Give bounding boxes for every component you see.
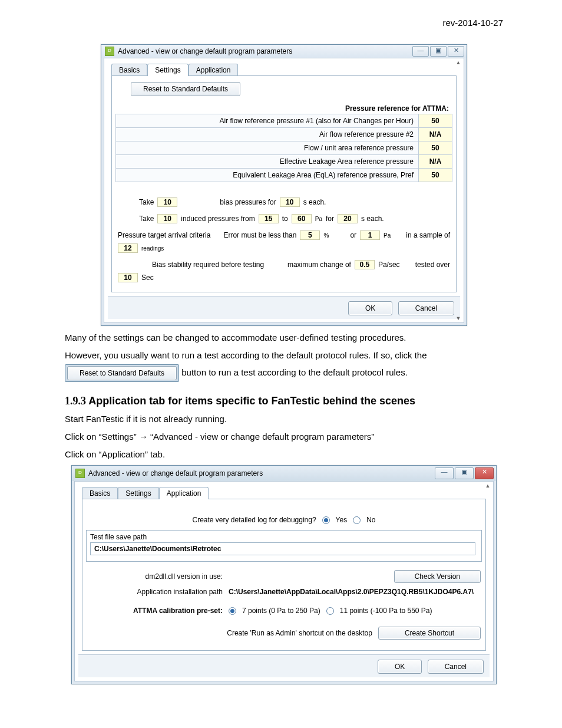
debug-no-radio[interactable] bbox=[353, 516, 361, 524]
cancel-button[interactable]: Cancel bbox=[398, 301, 454, 315]
tab-settings[interactable]: Settings bbox=[147, 64, 188, 76]
tab-application[interactable]: Application bbox=[189, 64, 239, 76]
install-path-label: Application installation path bbox=[87, 588, 223, 596]
table-row: Effective Leakage Area reference pressur… bbox=[116, 155, 452, 169]
debug-yes-radio[interactable] bbox=[322, 516, 330, 524]
close-icon[interactable]: ✕ bbox=[475, 467, 494, 479]
window-title: Advanced - view or change default progra… bbox=[88, 469, 431, 477]
induced-to-field[interactable]: 60 bbox=[292, 214, 312, 223]
table-row: Flow / unit area reference pressure50 bbox=[116, 141, 452, 155]
tab-basics[interactable]: Basics bbox=[82, 487, 118, 499]
advanced-settings-window-2: D Advanced - view or change default prog… bbox=[71, 465, 497, 684]
error-pa-field[interactable]: 1 bbox=[360, 230, 380, 240]
pressure-reference-heading: Pressure reference for ATTMA: bbox=[115, 104, 449, 113]
install-path-value: C:\Users\Janette\AppData\Local\Apps\2.0\… bbox=[229, 588, 474, 596]
ok-button[interactable]: OK bbox=[378, 660, 422, 674]
scroll-up-icon[interactable]: ▲ bbox=[454, 60, 462, 65]
reset-defaults-button[interactable]: Reset to Standard Defaults bbox=[67, 366, 177, 380]
minimize-icon[interactable]: — bbox=[435, 467, 454, 479]
dll-version-label: dm2dll.dll version in use: bbox=[87, 572, 223, 581]
save-path-label: Test file save path bbox=[90, 533, 478, 541]
body-text: Many of the settings can be changed to a… bbox=[65, 332, 503, 344]
minimize-icon[interactable]: — bbox=[412, 46, 429, 57]
induced-count-field[interactable]: 10 bbox=[157, 214, 177, 223]
table-row: Air flow reference pressure #2N/A bbox=[116, 128, 452, 141]
bias-seconds-field[interactable]: 10 bbox=[280, 197, 300, 207]
table-row: Air flow reference pressure #1 (also for… bbox=[116, 114, 452, 128]
body-text: However, you usually want to run a test … bbox=[65, 350, 503, 361]
body-text: Start FanTestic if it is not already run… bbox=[65, 413, 503, 425]
bias-count-field[interactable]: 10 bbox=[157, 197, 177, 207]
scroll-up-icon[interactable]: ▲ bbox=[484, 483, 492, 489]
window-title: Advanced - view or change default progra… bbox=[118, 47, 409, 55]
cancel-button[interactable]: Cancel bbox=[428, 660, 484, 674]
max-change-field[interactable]: 0.5 bbox=[355, 260, 375, 269]
tab-settings[interactable]: Settings bbox=[118, 487, 158, 499]
induced-seconds-field[interactable]: 20 bbox=[338, 214, 358, 223]
scroll-down-icon[interactable]: ▼ bbox=[454, 315, 462, 321]
table-row: Equivalent Leakage Area (EqLA) reference… bbox=[116, 169, 452, 182]
advanced-settings-window-1: D Advanced - view or change default prog… bbox=[101, 44, 467, 326]
reset-defaults-button[interactable]: Reset to Standard Defaults bbox=[131, 82, 240, 96]
attma-preset-label: ATTMA calibration pre-set: bbox=[87, 607, 223, 615]
maximize-icon[interactable]: ▣ bbox=[455, 467, 474, 479]
close-icon[interactable]: ✕ bbox=[448, 46, 464, 57]
revision-label: rev-2014-10-27 bbox=[65, 18, 503, 28]
tab-basics[interactable]: Basics bbox=[111, 64, 147, 76]
save-path-field[interactable]: C:\Users\Janette\Documents\Retrotec bbox=[90, 542, 475, 555]
preset-11pts-radio[interactable] bbox=[326, 607, 334, 615]
create-shortcut-button[interactable]: Create Shortcut bbox=[378, 627, 481, 640]
inline-reset-button-image: Reset to Standard Defaults bbox=[65, 364, 179, 382]
app-icon: D bbox=[75, 469, 85, 478]
debug-log-label: Create very detailed log for debugging? bbox=[192, 516, 316, 524]
tested-over-field[interactable]: 10 bbox=[118, 273, 138, 282]
error-pct-field[interactable]: 5 bbox=[300, 230, 320, 240]
pressure-reference-list: Air flow reference pressure #1 (also for… bbox=[115, 114, 452, 182]
check-version-button[interactable]: Check Version bbox=[394, 570, 481, 583]
shortcut-label: Create 'Run as Admin' shortcut on the de… bbox=[87, 629, 372, 637]
maximize-icon[interactable]: ▣ bbox=[430, 46, 447, 57]
body-text: Click on “Settings” → “Advanced - view o… bbox=[65, 431, 503, 443]
tab-application[interactable]: Application bbox=[159, 487, 209, 499]
app-icon: D bbox=[105, 47, 114, 56]
sample-size-field[interactable]: 12 bbox=[118, 243, 138, 253]
preset-7pts-radio[interactable] bbox=[229, 607, 236, 615]
induced-from-field[interactable]: 15 bbox=[259, 214, 279, 223]
body-text: Click on “Application” tab. bbox=[65, 449, 503, 460]
section-heading: 1.9.3 Application tab for items specific… bbox=[65, 395, 503, 407]
ok-button[interactable]: OK bbox=[348, 301, 392, 315]
